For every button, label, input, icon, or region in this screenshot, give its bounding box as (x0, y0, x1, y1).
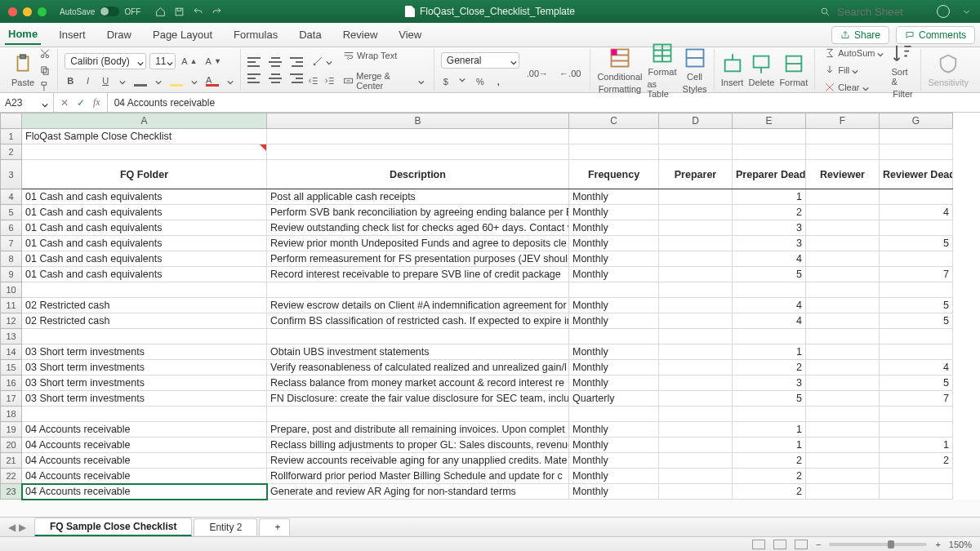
row-header[interactable]: 1 (1, 129, 22, 144)
cell[interactable] (22, 282, 267, 298)
cell[interactable] (659, 329, 733, 344)
add-sheet-button[interactable]: + (259, 518, 290, 535)
cell[interactable] (733, 329, 806, 344)
cell[interactable]: 02 Restricted cash (22, 313, 267, 329)
font-size-select[interactable]: 11 (149, 53, 176, 69)
format-as-table-icon[interactable] (651, 42, 674, 64)
copy-icon[interactable] (39, 64, 51, 76)
cell[interactable] (806, 329, 880, 344)
cell[interactable]: 4 (880, 360, 953, 375)
increase-indent-icon[interactable] (324, 75, 336, 87)
cancel-icon[interactable]: ✕ (60, 97, 69, 109)
cell[interactable]: Review accounts receivable aging for any… (267, 453, 569, 469)
cell[interactable] (22, 407, 267, 422)
chevron-down-icon[interactable] (227, 78, 234, 84)
tab-review[interactable]: Review (340, 29, 381, 41)
cell[interactable]: Monthly (569, 205, 659, 220)
cell[interactable]: 01 Cash and cash equivalents (22, 220, 267, 236)
cell[interactable]: Monthly (569, 298, 659, 313)
cell[interactable] (880, 407, 953, 422)
cell[interactable]: 01 Cash and cash equivalents (22, 205, 267, 220)
chevron-down-icon[interactable] (155, 78, 162, 84)
search-input[interactable] (835, 5, 925, 19)
col-F[interactable]: F (806, 113, 880, 129)
cell[interactable] (880, 220, 953, 236)
row-header[interactable]: 13 (1, 329, 22, 344)
cell[interactable]: 01 Cash and cash equivalents (22, 236, 267, 251)
cell[interactable]: Monthly (569, 422, 659, 438)
cell[interactable]: 2 (733, 469, 806, 484)
row-header[interactable]: 8 (1, 251, 22, 267)
align-middle-icon[interactable] (269, 57, 282, 67)
cell[interactable]: Prepare, post and distribute all remaini… (267, 422, 569, 438)
search-sheet[interactable] (820, 5, 925, 19)
delete-cells-icon[interactable] (750, 52, 773, 75)
cell[interactable] (806, 484, 880, 500)
view-page-break-icon[interactable] (795, 540, 808, 549)
fill-color-button[interactable] (170, 75, 183, 87)
cell[interactable] (806, 438, 880, 453)
cell[interactable]: Monthly (569, 469, 659, 484)
cell[interactable]: Monthly (569, 313, 659, 329)
cell[interactable]: 5 (880, 375, 953, 391)
cell[interactable] (659, 453, 733, 469)
cell[interactable] (880, 344, 953, 360)
format-cells-icon[interactable] (782, 52, 805, 75)
cell[interactable]: Review escrow details on Client #A indem… (267, 298, 569, 313)
percent-button[interactable]: % (474, 75, 487, 88)
cell[interactable]: Quarterly (569, 391, 659, 407)
cell[interactable]: Monthly (569, 484, 659, 500)
tab-insert[interactable]: Insert (56, 29, 89, 41)
sheet-prev-icon[interactable]: ◀ (8, 522, 16, 533)
row-header[interactable]: 4 (1, 189, 22, 205)
cell[interactable]: Verify reasonableness of calculated real… (267, 360, 569, 375)
row-header[interactable]: 22 (1, 469, 22, 484)
cell[interactable] (806, 236, 880, 251)
cell[interactable]: Review prior month Undeposited Funds and… (267, 236, 569, 251)
cell[interactable] (267, 407, 569, 422)
sheet-tab-active[interactable]: FQ Sample Close Checklist (34, 518, 192, 536)
chevron-down-icon[interactable] (961, 7, 972, 17)
cell[interactable]: 04 Accounts receivable (22, 438, 267, 453)
cell[interactable]: 2 (733, 453, 806, 469)
clear-button[interactable]: Clear (822, 80, 871, 95)
cell[interactable]: 4 (733, 251, 806, 267)
cell[interactable]: Monthly (569, 360, 659, 375)
row-header[interactable]: 3 (1, 160, 22, 189)
feedback-icon[interactable] (937, 5, 950, 18)
cell[interactable]: 04 Accounts receivable (22, 469, 267, 484)
redo-icon[interactable] (212, 7, 222, 17)
cell[interactable]: 1 (733, 189, 806, 205)
cell[interactable] (659, 438, 733, 453)
font-color-button[interactable]: A (206, 75, 219, 87)
cell[interactable]: 2 (733, 205, 806, 220)
chevron-down-icon[interactable] (119, 78, 126, 84)
align-bottom-icon[interactable] (290, 57, 303, 67)
cell[interactable]: Monthly (569, 236, 659, 251)
cell[interactable]: 3 (733, 236, 806, 251)
row-header[interactable]: 16 (1, 375, 22, 391)
comma-button[interactable]: , (495, 75, 502, 88)
chevron-down-icon[interactable] (191, 78, 198, 84)
align-left-icon[interactable] (247, 73, 261, 83)
cell[interactable]: 2 (733, 360, 806, 375)
select-all-cell[interactable] (1, 113, 22, 129)
align-center-icon[interactable] (269, 73, 282, 83)
decrease-indent-icon[interactable] (308, 75, 319, 87)
cell[interactable]: 03 Short term investments (22, 344, 267, 360)
cell[interactable]: Monthly (569, 251, 659, 267)
worksheet[interactable]: A B C D E F G 1 FloQast Sample Close Che… (0, 113, 980, 500)
row-header[interactable]: 18 (1, 407, 22, 422)
cell[interactable]: 04 Accounts receivable (22, 453, 267, 469)
cell[interactable] (806, 407, 880, 422)
cell[interactable] (806, 391, 880, 407)
cell[interactable]: 5 (880, 236, 953, 251)
autosum-button[interactable]: AutoSum (822, 46, 886, 60)
orientation-button[interactable] (310, 54, 335, 69)
cell[interactable] (659, 189, 733, 205)
number-format-select[interactable]: General (441, 52, 519, 69)
font-name-select[interactable]: Calibri (Body) (65, 53, 146, 69)
cell[interactable] (806, 344, 880, 360)
cell[interactable] (806, 205, 880, 220)
cell[interactable] (806, 267, 880, 282)
